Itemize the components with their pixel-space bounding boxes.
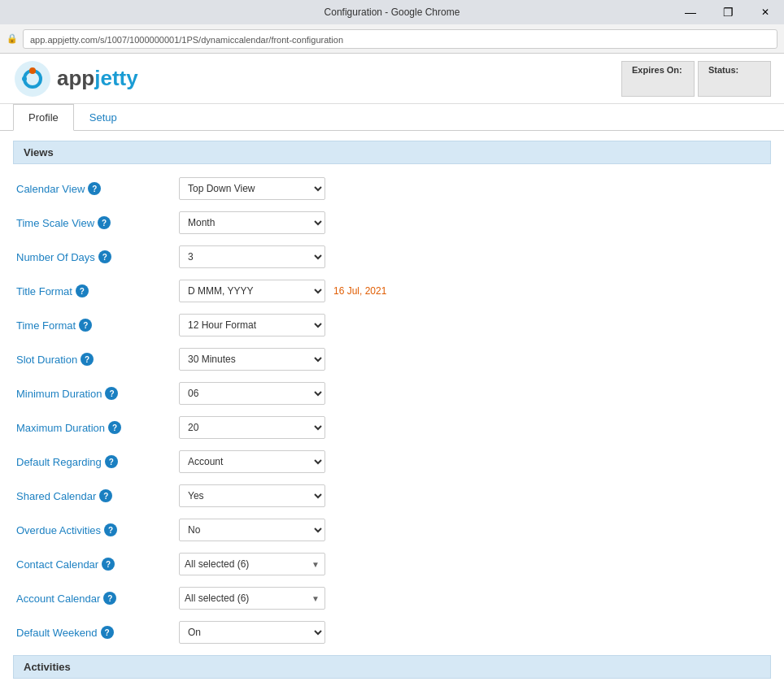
minimum-duration-select[interactable]: 01 02 03 04 05 06 <box>179 382 325 405</box>
shared-calendar-label: Shared Calendar ? <box>16 489 179 502</box>
default-regarding-help-icon[interactable]: ? <box>105 455 118 468</box>
time-scale-view-help-icon[interactable]: ? <box>98 216 111 229</box>
account-calendar-label: Account Calendar ? <box>16 592 179 605</box>
overdue-activities-select[interactable]: Yes No <box>179 519 325 541</box>
tab-setup[interactable]: Setup <box>74 104 133 131</box>
default-weekend-select[interactable]: On Off <box>179 621 325 644</box>
default-regarding-select[interactable]: Account Contact Lead <box>179 450 325 473</box>
default-regarding-row: Default Regarding ? Account Contact Lead <box>13 450 771 473</box>
title-format-row: Title Format ? D MMM, YYYY DD/MM/YYYY MM… <box>13 280 771 302</box>
contact-calendar-help-icon[interactable]: ? <box>102 558 115 571</box>
title-format-select[interactable]: D MMM, YYYY DD/MM/YYYY MM/DD/YYYY <box>179 280 325 302</box>
shared-calendar-row: Shared Calendar ? Yes No <box>13 484 771 507</box>
calendar-view-label: Calendar View ? <box>16 182 179 195</box>
number-of-days-row: Number Of Days ? 1 2 3 4 5 <box>13 245 771 268</box>
minimum-duration-label: Minimum Duration ? <box>16 387 179 400</box>
lock-icon: 🔒 <box>7 33 18 44</box>
svg-point-0 <box>15 61 50 97</box>
expires-label: Expires On: <box>632 65 684 75</box>
calendar-view-select[interactable]: Top Down View Side View Grid View <box>179 177 325 200</box>
slot-duration-help-icon[interactable]: ? <box>81 353 94 366</box>
contact-calendar-row: Contact Calendar ? All selected (6) ▼ <box>13 553 771 575</box>
calendar-view-row: Calendar View ? Top Down View Side View … <box>13 177 771 200</box>
tabs-bar: Profile Setup <box>0 104 784 131</box>
minimize-button[interactable]: — <box>672 0 709 24</box>
appjetty-logo-icon <box>13 59 52 98</box>
minimum-duration-help-icon[interactable]: ? <box>105 387 118 400</box>
address-bar: 🔒 app.appjetty.com/s/1007/1000000001/1PS… <box>0 24 784 54</box>
account-calendar-row: Account Calendar ? All selected (6) ▼ <box>13 587 771 610</box>
app-header: appjetty Expires On: Status: <box>0 54 784 104</box>
status-label: Status: <box>708 65 760 75</box>
svg-point-2 <box>29 67 36 74</box>
time-format-select[interactable]: 12 Hour Format 24 Hour Format <box>179 314 325 336</box>
logo-container: appjetty <box>13 59 621 98</box>
number-of-days-help-icon[interactable]: ? <box>98 250 111 263</box>
maximum-duration-label: Maximum Duration ? <box>16 421 179 434</box>
header-right: Expires On: Status: <box>621 61 771 97</box>
contact-calendar-value: All selected (6) <box>185 558 249 570</box>
logo-app: app <box>57 66 94 90</box>
contact-calendar-arrow-icon: ▼ <box>311 560 320 569</box>
maximum-duration-row: Maximum Duration ? 10 15 20 30 <box>13 416 771 439</box>
logo-jelty: jetty <box>94 66 137 90</box>
default-regarding-label: Default Regarding ? <box>16 455 179 468</box>
number-of-days-label: Number Of Days ? <box>16 250 179 263</box>
contact-calendar-multiselect[interactable]: All selected (6) ▼ <box>179 553 325 575</box>
title-bar-controls: — ❐ ✕ <box>672 0 784 24</box>
address-input[interactable]: app.appjetty.com/s/1007/1000000001/1PS/d… <box>23 29 777 49</box>
account-calendar-multiselect[interactable]: All selected (6) ▼ <box>179 587 325 610</box>
account-calendar-arrow-icon: ▼ <box>311 594 320 603</box>
overdue-activities-help-icon[interactable]: ? <box>104 523 117 536</box>
maximize-button[interactable]: ❐ <box>709 0 747 24</box>
time-format-label: Time Format ? <box>16 319 179 332</box>
slot-duration-select[interactable]: 15 Minutes 30 Minutes 60 Minutes <box>179 348 325 371</box>
account-calendar-help-icon[interactable]: ? <box>103 592 116 605</box>
title-format-help-icon[interactable]: ? <box>76 284 89 297</box>
time-scale-view-label: Time Scale View ? <box>16 216 179 229</box>
shared-calendar-help-icon[interactable]: ? <box>99 489 112 502</box>
logo-text: appjetty <box>57 66 138 91</box>
svg-point-3 <box>22 76 27 81</box>
activities-section-header: Activities <box>13 655 771 679</box>
status-box: Status: <box>698 61 771 97</box>
overdue-activities-label: Overdue Activities ? <box>16 523 179 536</box>
title-bar-text: Configuration - Google Chrome <box>324 7 460 18</box>
default-weekend-label: Default Weekend ? <box>16 626 179 639</box>
slot-duration-label: Slot Duration ? <box>16 353 179 366</box>
time-scale-view-select[interactable]: Month Week Day <box>179 211 325 234</box>
maximum-duration-select[interactable]: 10 15 20 30 <box>179 416 325 439</box>
time-format-row: Time Format ? 12 Hour Format 24 Hour For… <box>13 314 771 336</box>
expires-box: Expires On: <box>621 61 695 97</box>
time-format-help-icon[interactable]: ? <box>79 319 92 332</box>
main-content: Views Calendar View ? Top Down View Side… <box>0 131 784 692</box>
close-button[interactable]: ✕ <box>747 0 784 24</box>
overdue-activities-row: Overdue Activities ? Yes No <box>13 519 771 541</box>
contact-calendar-label: Contact Calendar ? <box>16 558 179 571</box>
views-section-header: Views <box>13 141 771 164</box>
calendar-view-help-icon[interactable]: ? <box>88 182 101 195</box>
tab-profile[interactable]: Profile <box>13 104 74 131</box>
slot-duration-row: Slot Duration ? 15 Minutes 30 Minutes 60… <box>13 348 771 371</box>
time-scale-view-row: Time Scale View ? Month Week Day <box>13 211 771 234</box>
minimum-duration-row: Minimum Duration ? 01 02 03 04 05 06 <box>13 382 771 405</box>
default-weekend-row: Default Weekend ? On Off <box>13 621 771 644</box>
number-of-days-select[interactable]: 1 2 3 4 5 <box>179 245 325 268</box>
title-bar: Configuration - Google Chrome — ❐ ✕ <box>0 0 784 24</box>
account-calendar-value: All selected (6) <box>185 593 249 604</box>
title-format-note: 16 Jul, 2021 <box>333 285 386 297</box>
default-weekend-help-icon[interactable]: ? <box>101 626 114 639</box>
maximum-duration-help-icon[interactable]: ? <box>108 421 121 434</box>
title-format-label: Title Format ? <box>16 284 179 297</box>
shared-calendar-select[interactable]: Yes No <box>179 484 325 507</box>
